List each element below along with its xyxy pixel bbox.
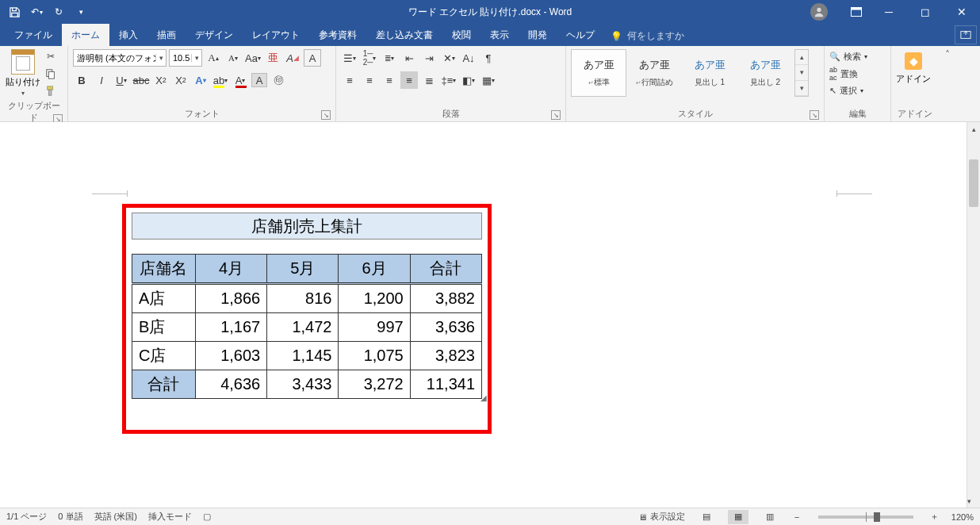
tab-review[interactable]: 校閲 (442, 24, 480, 46)
decrease-indent-icon[interactable]: ⇤ (400, 49, 418, 67)
zoom-level[interactable]: 120% (951, 512, 974, 522)
tab-file[interactable]: ファイル (5, 24, 62, 46)
shrink-font-icon[interactable]: A▾ (224, 49, 242, 67)
numbering-icon[interactable]: 1─2─▾ (361, 49, 378, 67)
style-heading1[interactable]: あア亜 見出し 1 (682, 49, 737, 97)
text-effects-icon[interactable]: A▾ (192, 71, 209, 89)
tab-help[interactable]: ヘルプ (557, 24, 604, 46)
font-name-combo[interactable]: 游明朝 (本文のフォン▾ (73, 49, 167, 67)
vertical-scrollbar[interactable]: ▴ ▾ (967, 122, 980, 508)
select-button[interactable]: ↖選択▾ (829, 85, 867, 97)
table-resize-handle[interactable]: ◢ (480, 393, 487, 402)
zoom-in-icon[interactable]: ＋ (929, 511, 940, 523)
document-area[interactable]: 店舗別売上集計 店舗名 4月 5月 6月 合計 A店 1,866 816 1,2… (0, 122, 967, 508)
align-center-icon[interactable]: ≡ (361, 71, 378, 89)
close-button[interactable]: ✕ (944, 0, 980, 24)
shading-icon[interactable]: ◧▾ (460, 71, 477, 89)
replace-button[interactable]: abac置換 (829, 66, 867, 82)
copy-icon[interactable] (43, 67, 59, 81)
bullets-icon[interactable]: ☰▾ (341, 49, 358, 67)
paragraph-dialog-launcher[interactable]: ↘ (551, 110, 561, 120)
char-border-icon[interactable]: A (304, 49, 321, 67)
status-page[interactable]: 1/1 ページ (6, 511, 47, 523)
view-read-mode-icon[interactable]: ▤ (696, 510, 717, 524)
underline-icon[interactable]: U▾ (113, 71, 130, 89)
char-shading-icon[interactable]: A (251, 73, 267, 87)
embedded-table[interactable]: 店舗別売上集計 店舗名 4月 5月 6月 合計 A店 1,866 816 1,2… (132, 213, 482, 399)
style-nospacing[interactable]: あア亜 ↵行間詰め (626, 49, 682, 97)
share-button[interactable] (955, 25, 977, 44)
tell-me-search[interactable]: 💡 何をしますか (604, 29, 691, 46)
find-button[interactable]: 🔍検索▾ (829, 51, 867, 63)
gallery-expand-icon[interactable]: ▾ (795, 81, 808, 96)
tab-developer[interactable]: 開発 (519, 24, 557, 46)
scroll-thumb[interactable] (969, 159, 978, 207)
view-web-layout-icon[interactable]: ▥ (760, 510, 780, 524)
tab-references[interactable]: 参考資料 (309, 24, 366, 46)
tab-design[interactable]: デザイン (186, 24, 243, 46)
style-heading2[interactable]: あア亜 見出し 2 (737, 49, 793, 97)
italic-icon[interactable]: I (93, 71, 110, 89)
strikethrough-icon[interactable]: abc (132, 71, 150, 89)
user-avatar[interactable] (810, 3, 828, 21)
status-language[interactable]: 英語 (米国) (94, 511, 137, 523)
borders-icon[interactable]: ▦▾ (480, 71, 497, 89)
zoom-thumb[interactable] (874, 512, 880, 522)
line-spacing-icon[interactable]: ‡≡▾ (440, 71, 457, 89)
font-size-combo[interactable]: 10.5▾ (169, 49, 202, 67)
undo-icon[interactable]: ↶▾ (27, 2, 46, 21)
highlight-icon[interactable]: ab▾ (212, 71, 229, 89)
status-words[interactable]: 0 単語 (58, 511, 82, 523)
increase-indent-icon[interactable]: ⇥ (420, 49, 438, 67)
style-normal[interactable]: あア亜 ↵標準 (571, 49, 626, 97)
sort-icon[interactable]: A↓ (460, 49, 477, 67)
maximize-button[interactable]: ◻ (907, 0, 944, 24)
tab-draw[interactable]: 描画 (147, 24, 186, 46)
tab-mailings[interactable]: 差し込み文書 (366, 24, 442, 46)
bold-icon[interactable]: B (73, 71, 90, 89)
phonetic-guide-icon[interactable]: 亜 (264, 49, 281, 67)
display-settings[interactable]: 🖥表示設定 (638, 511, 685, 523)
change-case-icon[interactable]: Aa▾ (244, 49, 262, 67)
ribbon-collapse-icon[interactable]: ˄ (939, 46, 956, 121)
tab-layout[interactable]: レイアウト (243, 24, 309, 46)
scroll-down-icon[interactable]: ▾ (967, 494, 971, 508)
save-icon[interactable] (5, 2, 24, 21)
gallery-down-icon[interactable]: ▾ (795, 65, 808, 80)
font-dialog-launcher[interactable]: ↘ (321, 110, 331, 120)
zoom-out-icon[interactable]: − (791, 512, 802, 522)
distributed-icon[interactable]: ≣ (420, 71, 438, 89)
status-insert-mode[interactable]: 挿入モード (148, 511, 192, 523)
view-print-layout-icon[interactable]: ▦ (728, 510, 748, 524)
show-marks-icon[interactable]: ¶ (480, 49, 497, 67)
enclose-char-icon[interactable]: ㊞ (270, 71, 287, 89)
superscript-icon[interactable]: X2 (172, 71, 189, 89)
tab-view[interactable]: 表示 (480, 24, 519, 46)
cut-icon[interactable]: ✂ (43, 49, 59, 63)
gallery-up-icon[interactable]: ▴ (795, 50, 808, 65)
justify-icon[interactable]: ≡ (400, 71, 418, 89)
grow-font-icon[interactable]: A▴ (205, 49, 222, 67)
monitor-icon: 🖥 (638, 512, 647, 522)
qat-customize-icon[interactable]: ▾ (71, 2, 90, 21)
multilevel-list-icon[interactable]: ≣▾ (381, 49, 398, 67)
text-direction-icon[interactable]: ✕▾ (440, 49, 457, 67)
zoom-slider[interactable] (818, 515, 913, 519)
ribbon-display-options-icon[interactable] (842, 0, 871, 24)
redo-icon[interactable]: ↻ (49, 2, 68, 21)
format-painter-icon[interactable] (43, 84, 59, 98)
paste-button[interactable]: 貼り付け ▾ (5, 49, 41, 97)
font-color-icon[interactable]: A▾ (232, 71, 249, 89)
tab-home[interactable]: ホーム (62, 24, 109, 46)
addins-button[interactable]: ◆ アドイン (896, 49, 931, 85)
clear-formatting-icon[interactable]: A◢ (284, 49, 301, 67)
align-left-icon[interactable]: ≡ (341, 71, 358, 89)
subscript-icon[interactable]: X2 (152, 71, 170, 89)
minimize-button[interactable]: ─ (871, 0, 907, 24)
styles-dialog-launcher[interactable]: ↘ (810, 110, 819, 120)
status-record-macro-icon[interactable]: ▢ (203, 512, 211, 522)
tab-insert[interactable]: 挿入 (109, 24, 147, 46)
ribbon-tabs: ファイル ホーム 挿入 描画 デザイン レイアウト 参考資料 差し込み文書 校閲… (0, 24, 980, 46)
align-right-icon[interactable]: ≡ (381, 71, 398, 89)
scroll-up-icon[interactable]: ▴ (967, 122, 980, 136)
